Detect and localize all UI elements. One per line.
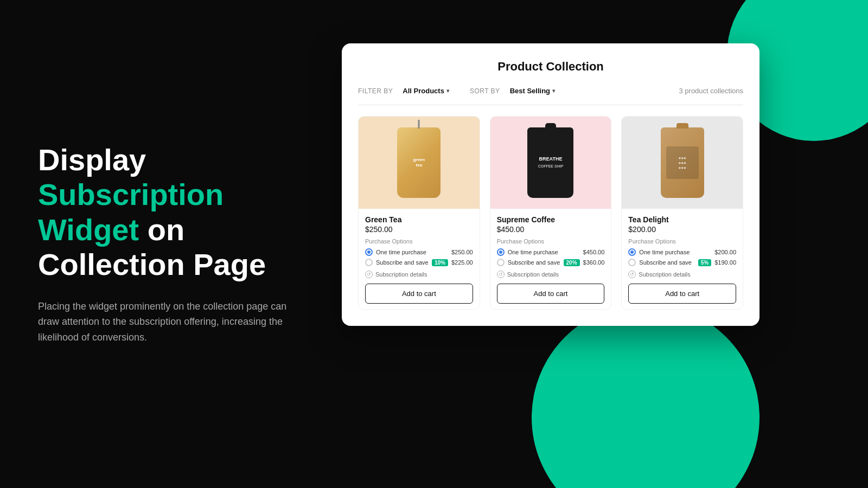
product-name-tea-delight: Tea Delight bbox=[628, 215, 736, 224]
sub-details-text-1: Subscription details bbox=[375, 271, 427, 278]
option-price-subscribe-3: $190.00 bbox=[714, 259, 736, 266]
hero-description: Placing the widget prominently on the co… bbox=[38, 299, 298, 345]
sort-by-label: SORT BY bbox=[470, 87, 500, 95]
radio-one-time-2[interactable] bbox=[497, 248, 505, 256]
bg-decoration-bottom bbox=[532, 304, 760, 488]
purchase-options-label-3: Purchase Options bbox=[628, 238, 736, 245]
sort-value: Best Selling bbox=[510, 87, 550, 95]
option-text-one-time-2: One time purchase bbox=[508, 249, 580, 255]
option-row-subscribe-3[interactable]: Subscribe and save 5% $190.00 bbox=[628, 259, 736, 266]
sub-details-text-2: Subscription details bbox=[507, 271, 559, 278]
radio-one-time-3[interactable] bbox=[628, 248, 636, 256]
product-price-green-tea: $250.00 bbox=[365, 225, 473, 234]
option-price-subscribe-1: $225.00 bbox=[451, 259, 473, 266]
sort-best-selling[interactable]: Best Selling ▾ bbox=[506, 85, 559, 97]
radio-one-time-1[interactable] bbox=[365, 248, 373, 256]
product-collection-card: Product Collection FILTER BY All Product… bbox=[342, 43, 760, 326]
option-price-one-time-1: $250.00 bbox=[451, 249, 473, 255]
filter-by-label: FILTER BY bbox=[358, 87, 393, 95]
hero-title-plain1: Display bbox=[38, 143, 146, 177]
option-text-subscribe-2: Subscribe and save bbox=[508, 259, 560, 266]
sort-chevron-icon: ▾ bbox=[552, 88, 555, 94]
left-panel: Display Subscription Widget on Collectio… bbox=[0, 0, 336, 488]
subscription-details-3[interactable]: ↺ Subscription details bbox=[628, 271, 736, 278]
purchase-options-label-1: Purchase Options bbox=[365, 238, 473, 245]
tea-bag-label-text: greentea bbox=[413, 157, 425, 169]
option-row-subscribe-2[interactable]: Subscribe and save 20% $360.00 bbox=[497, 259, 605, 266]
product-card-green-tea: greentea Green Tea $250.00 Purchase Opti… bbox=[358, 116, 480, 310]
option-row-one-time-1[interactable]: One time purchase $250.00 bbox=[365, 248, 473, 256]
filter-bar: FILTER BY All Products ▾ SORT BY Best Se… bbox=[358, 85, 743, 105]
subscription-details-1[interactable]: ↺ Subscription details bbox=[365, 271, 473, 278]
option-row-one-time-3[interactable]: One time purchase $200.00 bbox=[628, 248, 736, 256]
product-info-supreme-coffee: Supreme Coffee $450.00 Purchase Options … bbox=[490, 209, 611, 309]
coffee-bag-label-text: BREATHECOFFEE SHIP bbox=[538, 156, 564, 169]
product-grid: greentea Green Tea $250.00 Purchase Opti… bbox=[358, 116, 743, 310]
radio-subscribe-3[interactable] bbox=[628, 259, 636, 266]
option-row-subscribe-1[interactable]: Subscribe and save 10% $225.00 bbox=[365, 259, 473, 266]
sub-details-text-3: Subscription details bbox=[639, 271, 690, 278]
option-text-one-time-3: One time purchase bbox=[639, 249, 711, 255]
add-to-cart-button-1[interactable]: Add to cart bbox=[365, 284, 473, 304]
product-image-tea-delight: ●●●●●●●●● bbox=[622, 117, 743, 209]
subscription-details-2[interactable]: ↺ Subscription details bbox=[497, 271, 605, 278]
add-to-cart-button-3[interactable]: Add to cart bbox=[628, 284, 736, 304]
save-badge-3: 5% bbox=[698, 259, 711, 266]
save-badge-1: 10% bbox=[432, 259, 448, 266]
add-to-cart-button-2[interactable]: Add to cart bbox=[497, 284, 605, 304]
product-info-tea-delight: Tea Delight $200.00 Purchase Options One… bbox=[622, 209, 743, 309]
sub-icon-3: ↺ bbox=[628, 271, 636, 278]
filter-value: All Products bbox=[403, 87, 444, 95]
product-image-supreme-coffee: BREATHECOFFEE SHIP bbox=[490, 117, 611, 209]
radio-subscribe-1[interactable] bbox=[365, 259, 373, 266]
sub-icon-1: ↺ bbox=[365, 271, 373, 278]
option-price-subscribe-2: $360.00 bbox=[583, 259, 605, 266]
option-text-subscribe-1: Subscribe and save bbox=[376, 259, 429, 266]
radio-subscribe-2[interactable] bbox=[497, 259, 505, 266]
product-price-tea-delight: $200.00 bbox=[628, 225, 736, 234]
option-price-one-time-3: $200.00 bbox=[714, 249, 736, 255]
product-count: 3 product collections bbox=[679, 87, 743, 95]
product-card-supreme-coffee: BREATHECOFFEE SHIP Supreme Coffee $450.0… bbox=[490, 116, 612, 310]
kraft-bag-window: ●●●●●●●●● bbox=[666, 146, 699, 179]
option-text-one-time-1: One time purchase bbox=[376, 249, 448, 255]
product-name-supreme-coffee: Supreme Coffee bbox=[497, 215, 605, 224]
product-image-green-tea: greentea bbox=[359, 117, 480, 209]
hero-title: Display Subscription Widget on Collectio… bbox=[38, 143, 298, 282]
collection-title: Product Collection bbox=[358, 60, 743, 74]
hero-title-highlight: Subscription Widget bbox=[38, 177, 224, 246]
filter-chevron-icon: ▾ bbox=[446, 88, 449, 94]
coffee-bag-image: BREATHECOFFEE SHIP bbox=[527, 127, 573, 198]
filter-all-products[interactable]: All Products ▾ bbox=[398, 85, 454, 97]
tea-bag-image: greentea bbox=[397, 127, 441, 198]
save-badge-2: 20% bbox=[564, 259, 580, 266]
kraft-bag-image: ●●●●●●●●● bbox=[661, 127, 704, 198]
option-row-one-time-2[interactable]: One time purchase $450.00 bbox=[497, 248, 605, 256]
product-card-tea-delight: ●●●●●●●●● Tea Delight $200.00 Purchase O… bbox=[621, 116, 743, 310]
product-price-supreme-coffee: $450.00 bbox=[497, 225, 605, 234]
option-price-one-time-2: $450.00 bbox=[583, 249, 605, 255]
kraft-bag-pattern: ●●●●●●●●● bbox=[678, 156, 686, 170]
sub-icon-2: ↺ bbox=[497, 271, 505, 278]
product-name-green-tea: Green Tea bbox=[365, 215, 473, 224]
option-text-subscribe-3: Subscribe and save bbox=[639, 259, 694, 266]
product-info-green-tea: Green Tea $250.00 Purchase Options One t… bbox=[359, 209, 480, 309]
purchase-options-label-2: Purchase Options bbox=[497, 238, 605, 245]
